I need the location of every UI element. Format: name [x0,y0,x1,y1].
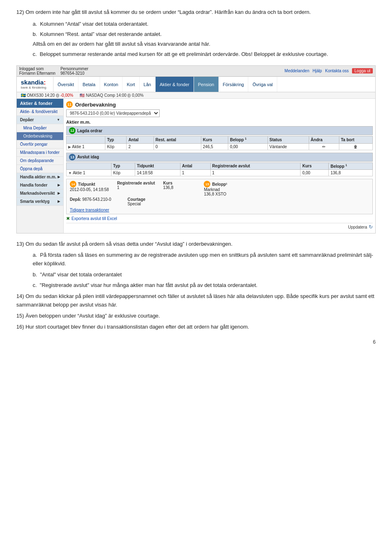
p16-number: 16) [16,324,24,330]
p13c-text: "Registrerade avslut" visar hur många ak… [40,282,257,288]
kurs-value: 136,8 [163,185,196,190]
nav-lan[interactable]: Lån [140,77,156,92]
nav-aktier-fonder[interactable]: Aktier & fonder [156,77,194,92]
main-content: 11 Orderbevakning 9876-543.210-0 (0,00 k… [64,99,375,233]
sidebar-item-handla-aktier[interactable]: Handla aktier m.m. ▶ [17,173,63,181]
p13b-text: "Antal" visar det totala orderantalet [40,271,122,278]
sidebar-item-smarta-verktyg[interactable]: Smarta verktyg ▶ [17,198,63,206]
ticker-nasdaq: 🇺🇸 NASDAQ Comp 14:00 i 0,00% [80,93,143,98]
avslut-row: ▼ Aktie 1 Köp 14:18:58 1 1 0,00 136,8 [67,170,373,176]
p12b-text: Kolumnen “Rest. antal” visar det restera… [40,31,162,37]
lagda-ordrar-table: Typ Antal Rest. antal Kurs Belopp 1 Stat… [66,136,373,150]
ticker-omxs: 🇸🇪 OMXS30 14:20 i -0,00% [21,93,73,98]
main-area: Aktier & fonder Aktie- & fondöversikt De… [17,99,375,233]
p12extra-text: Alltså om en del av ordern har gått till… [33,41,210,47]
hjalp-link[interactable]: Hjälp [312,69,322,73]
skandia-logo: skandia: bank & försäkring [17,77,53,92]
sidebar-item-aktie-fondoversikt[interactable]: Aktie- & fondöversikt [17,108,63,116]
kontakta-oss-link[interactable]: Kontakta oss [325,69,349,73]
nav-kort[interactable]: Kort [122,77,139,92]
topbar-left: Inloggad som Förnamn Efternamn Personnum… [19,67,88,76]
p16-text: Hur stort courtaget blev finner du i tra… [25,324,249,330]
depa-dropdown[interactable]: 9876-543.210-0 (0,00 kr) Värdepappersdep… [66,109,160,117]
col-kurs2: Kurs [301,162,329,169]
ticker-bar: 🇸🇪 OMXS30 14:20 i -0,00% 🇺🇸 NASDAQ Comp … [17,92,375,99]
sidebar-item-overfora-pengar[interactable]: Överför pengar [17,140,63,149]
col-rest-antal: Rest. antal [154,136,201,143]
meddelanden-link[interactable]: Meddelanden [285,69,310,73]
nav-forsäkring[interactable]: Försäkring [219,77,249,92]
refresh-icon[interactable]: ↻ [369,224,373,230]
p12-number: 12) [16,9,24,15]
sidebar-item-depaer[interactable]: Depåer ▼ [17,116,63,124]
nav-betala[interactable]: Betala [78,77,100,92]
nav-oversikt[interactable]: Översikt [53,77,78,92]
export-row[interactable]: ✖ Exportera avslut till Excel [66,216,373,221]
p12c-text: Beloppet summerar resterande antal med k… [40,51,328,57]
p14-text: Om du sedan klickar på pilen intill värd… [16,293,374,308]
p12a-text: Kolumnen “Antal” visar det totala ordera… [40,21,148,27]
sidebar-item-om-depasparande[interactable]: Om depåsparande [17,157,63,165]
smarta-verktyg-arrow: ▶ [58,200,60,203]
detail-row-2: Depå: 9876-543.210-0 Courtage Special [70,197,369,206]
logout-button[interactable]: Logga ut [352,68,373,73]
tidpunkt-label: Tidpunkt [78,182,95,187]
col-reg-avslut: Registrerade avslut [210,162,301,169]
p13-b: b. "Antal" visar det totala orderantalet [33,271,376,279]
col-andra: Ändra [309,136,339,143]
p12-a: a. Kolumnen “Antal” visar det totala ord… [33,20,376,29]
lagda-label: Lagda ordrar [77,129,102,133]
sidebar-item-orderbevakning[interactable]: Orderbevakning [17,132,63,140]
tidigare-transaktioner-link[interactable]: Tidigare transaktioner [70,208,369,212]
avslut-badge: 13 [69,154,76,160]
top-bar: Inloggad som Förnamn Efternamn Personnum… [17,66,375,77]
kurs-label: Kurs [163,181,196,185]
lagda-badge: 12 [69,127,76,134]
col-status: Status [267,136,309,143]
col-ta-bort: Ta bort [339,136,372,143]
detail-row-1: 14 Tidpunkt 2012-03-05, 14:18:58 Registr… [70,181,369,196]
handla-aktier-arrow: ▶ [58,175,60,179]
badge-15: 15 [204,181,210,187]
avslut-idag-table: Typ Tidpunkt Antal Registrerade avslut K… [66,162,373,176]
content-badge: 11 [66,101,73,108]
sidebar-item-mina-depaer[interactable]: Mina Depåer [17,124,63,132]
paragraph-16: 16) Hur stort courtaget blev finner du i… [16,323,376,331]
update-label[interactable]: Uppdatera [348,225,367,229]
topbar-right: Meddelanden Hjälp Kontakta oss Logga ut [285,68,373,73]
sidebar: Aktier & fonder Aktie- & fondöversikt De… [17,99,64,233]
sidebar-item-oppna-depa[interactable]: Öppna depå [17,165,63,173]
col-antal: Antal [127,136,154,143]
sidebar-header: Aktier & fonder [17,99,63,108]
row-expand[interactable]: ▶ Aktie 1 [67,143,105,150]
excel-icon: ✖ [66,216,70,221]
content-title: Orderbevakning [75,102,116,108]
nav-konton[interactable]: Konton [100,77,123,92]
nav-pension[interactable]: Pension [194,77,219,92]
p13-a: a. På första raden så läses en summering… [33,251,376,268]
sidebar-item-handla-fonder[interactable]: Handla fonder ▶ [17,181,63,189]
p12-text: Om ordern inte har gått till avslut så k… [25,9,311,15]
content-header: 11 Orderbevakning [66,101,373,108]
dropdown-row: 9876-543.210-0 (0,00 kr) Värdepappersdep… [66,109,373,117]
sidebar-item-manadsspara[interactable]: Månadsspara i fonder [17,149,63,157]
ui-screenshot: Inloggad som Förnamn Efternamn Personnum… [16,65,376,233]
marknadsoversikt-arrow: ▶ [58,191,60,195]
update-row: Uppdatera ↻ [66,223,373,231]
nav-ovriga-val[interactable]: Övriga val [248,77,277,92]
col-antal2: Antal [180,162,210,169]
badge-14: 14 [70,181,76,187]
paragraph-12: 12) Om ordern inte har gått till avslut … [16,8,376,17]
p13b-label: b. [33,271,37,278]
export-label[interactable]: Exportera avslut till Excel [71,216,117,221]
col-belopp: Belopp 1 [228,136,268,143]
col-kurs: Kurs [201,136,228,143]
p12c-label: c. [33,51,37,57]
sidebar-item-marknadsoversikt[interactable]: Marknadsöversikt ▶ [17,189,63,198]
avslut-row-expand[interactable]: ▼ Aktie 1 [67,170,111,176]
p13-text: Om du sedan får avslut på ordern så visa… [25,241,232,247]
col-typ: Typ [105,136,127,143]
p12b-label: b. [33,31,37,37]
col-tidpunkt: Tidpunkt [135,162,180,169]
section-label: Aktier m.m. [66,120,373,124]
